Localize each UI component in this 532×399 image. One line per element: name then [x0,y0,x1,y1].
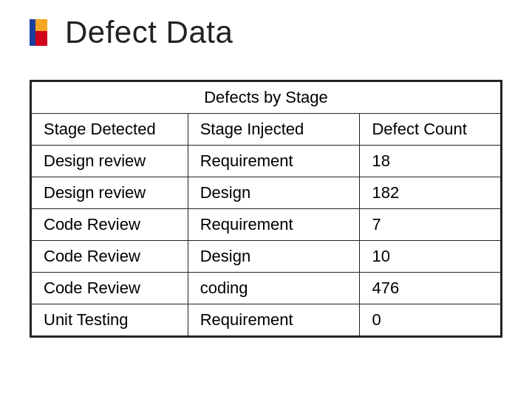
table-row: Code Reviewcoding476 [32,273,501,304]
cell-defect-count: 18 [360,146,501,177]
cell-defect-count: 476 [360,273,501,304]
cell-stage-injected: Requirement [188,209,360,241]
cell-stage-injected: Requirement [188,146,360,177]
table-span-header: Defects by Stage [32,82,501,114]
cell-stage-injected: coding [188,273,360,304]
cell-stage-detected: Unit Testing [32,304,188,336]
cell-defect-count: 10 [360,241,501,273]
cell-stage-injected: Requirement [188,304,360,336]
cell-stage-injected: Design [188,241,360,273]
main-page: Defect Data Defects by Stage Stage Detec… [0,0,532,399]
svg-rect-1 [35,19,47,31]
cell-stage-detected: Design review [32,177,188,209]
cell-stage-detected: Code Review [32,241,188,273]
defect-table-container: Defects by Stage Stage Detected Stage In… [30,80,502,338]
table-row: Design reviewDesign182 [32,177,501,209]
page-title: Defect Data [65,15,233,50]
col-header-stage-injected: Stage Injected [188,114,360,146]
cell-stage-detected: Code Review [32,209,188,241]
cell-defect-count: 0 [360,304,501,336]
col-header-stage-detected: Stage Detected [32,114,188,146]
cell-defect-count: 182 [360,177,501,209]
table-row: Code ReviewRequirement7 [32,209,501,241]
page-header: Defect Data [30,15,502,58]
defect-table: Defects by Stage Stage Detected Stage In… [31,81,501,336]
logo-icon [30,19,56,46]
table-row: Unit TestingRequirement0 [32,304,501,336]
cell-stage-injected: Design [188,177,360,209]
svg-rect-2 [35,31,47,46]
table-row: Code ReviewDesign10 [32,241,501,273]
col-header-defect-count: Defect Count [360,114,501,146]
cell-defect-count: 7 [360,209,501,241]
svg-rect-0 [30,19,35,46]
cell-stage-detected: Code Review [32,273,188,304]
cell-stage-detected: Design review [32,146,188,177]
table-row: Design reviewRequirement18 [32,146,501,177]
